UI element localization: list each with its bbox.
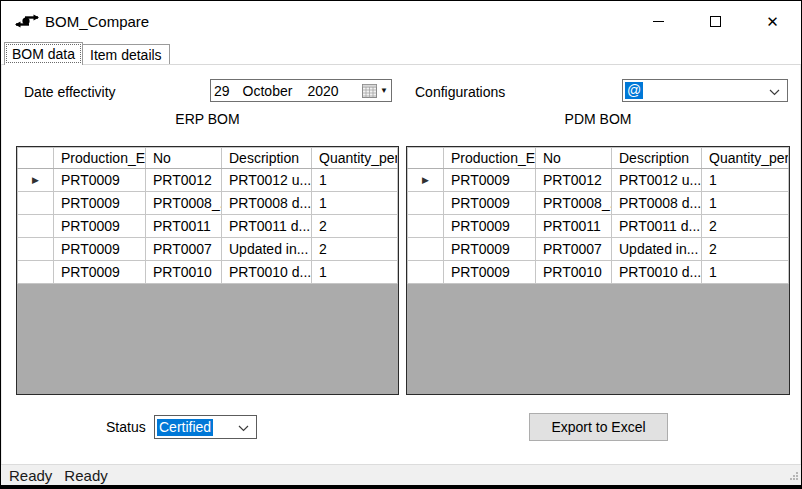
date-year[interactable]: 2020 xyxy=(307,83,338,99)
grid-cell[interactable]: PRT0010 xyxy=(536,261,612,284)
grid-cell[interactable]: PRT0008 d... xyxy=(612,192,702,215)
grid-corner-cell[interactable] xyxy=(18,148,54,169)
status-combobox[interactable]: Certified xyxy=(154,415,257,439)
grid-cell[interactable]: PRT0009 xyxy=(444,169,536,192)
title-bar: BOM_Compare ✕ xyxy=(1,1,801,41)
table-row: PRT0009PRT0007Updated in...2 xyxy=(408,238,789,261)
grid-cell[interactable]: PRT0010 d... xyxy=(612,261,702,284)
calendar-dropdown-button[interactable]: ▼ xyxy=(362,80,388,101)
resize-grip[interactable] xyxy=(790,466,799,483)
column-header-no[interactable]: No xyxy=(536,148,612,169)
grid-cell[interactable]: PRT0009 xyxy=(54,192,146,215)
grid-cell[interactable]: PRT0008_... xyxy=(146,192,222,215)
tab-item-details-label: Item details xyxy=(90,47,162,63)
export-to-excel-button[interactable]: Export to Excel xyxy=(529,413,668,441)
grid-cell[interactable]: 1 xyxy=(312,169,398,192)
grid-cell[interactable]: PRT0007 xyxy=(146,238,222,261)
table-row: PRT0009PRT0010PRT0010 d...1 xyxy=(18,261,398,284)
row-header-cell[interactable] xyxy=(408,215,444,238)
grid-cell[interactable]: PRT0008 d... xyxy=(222,192,312,215)
tab-strip: BOM data Item details xyxy=(1,41,801,64)
grid-cell[interactable]: PRT0010 d... xyxy=(222,261,312,284)
grid-cell[interactable]: PRT0009 xyxy=(444,261,536,284)
grid-header-row: Production_ENoDescriptionQuantity_per xyxy=(18,148,398,169)
grid-cell[interactable]: PRT0012 xyxy=(536,169,612,192)
column-header-production-e[interactable]: Production_E xyxy=(444,148,536,169)
row-header-cell[interactable] xyxy=(18,261,54,284)
column-header-production-e[interactable]: Production_E xyxy=(54,148,146,169)
grid-cell[interactable]: PRT0011 xyxy=(536,215,612,238)
window-controls: ✕ xyxy=(630,1,801,41)
grid-cell[interactable]: 1 xyxy=(702,192,789,215)
erp-bom-grid[interactable]: Production_ENoDescriptionQuantity_per▶PR… xyxy=(16,146,399,395)
grid-cell[interactable]: 2 xyxy=(702,215,789,238)
column-header-quantity-per[interactable]: Quantity_per xyxy=(702,148,789,169)
column-header-no[interactable]: No xyxy=(146,148,222,169)
grid-cell[interactable]: PRT0009 xyxy=(54,215,146,238)
column-header-description[interactable]: Description xyxy=(222,148,312,169)
chevron-down-icon xyxy=(238,419,249,435)
grid-cell[interactable]: Updated in... xyxy=(222,238,312,261)
grid-cell[interactable]: PRT0011 xyxy=(146,215,222,238)
grid-cell[interactable]: PRT0007 xyxy=(536,238,612,261)
minimize-icon xyxy=(653,21,664,22)
row-header-cell[interactable] xyxy=(18,192,54,215)
pdm-bom-grid[interactable]: Production_ENoDescriptionQuantity_per▶PR… xyxy=(406,146,790,395)
grid-cell[interactable]: 1 xyxy=(312,192,398,215)
status-text-1: Ready xyxy=(9,467,52,484)
current-row-marker[interactable]: ▶ xyxy=(408,169,444,192)
window-bottom-edge xyxy=(1,485,801,489)
grid-cell[interactable]: PRT0009 xyxy=(54,169,146,192)
status-bar: Ready Ready xyxy=(1,464,801,485)
grid-cell[interactable]: PRT0009 xyxy=(54,261,146,284)
grid-cell[interactable]: PRT0008_... xyxy=(536,192,612,215)
row-header-cell[interactable] xyxy=(18,238,54,261)
grid-cell[interactable]: PRT0009 xyxy=(54,238,146,261)
grid-cell[interactable]: PRT0010 xyxy=(146,261,222,284)
current-row-marker[interactable]: ▶ xyxy=(18,169,54,192)
date-day[interactable]: 29 xyxy=(214,83,230,99)
table-row: PRT0009PRT0008_...PRT0008 d...1 xyxy=(18,192,398,215)
calendar-icon xyxy=(362,84,377,98)
row-header-cell[interactable] xyxy=(408,192,444,215)
table-row: PRT0009PRT0011PRT0011 d...2 xyxy=(408,215,789,238)
grid-cell[interactable]: 2 xyxy=(312,215,398,238)
pdm-bom-title: PDM BOM xyxy=(406,111,790,127)
row-header-cell[interactable] xyxy=(18,215,54,238)
grid-cell[interactable]: PRT0009 xyxy=(444,215,536,238)
date-month[interactable]: October xyxy=(243,83,293,99)
column-header-description[interactable]: Description xyxy=(612,148,702,169)
table-row: ▶PRT0009PRT0012PRT0012 u...1 xyxy=(408,169,789,192)
grid-cell[interactable]: Updated in... xyxy=(612,238,702,261)
minimize-button[interactable] xyxy=(630,1,687,41)
grid-cell[interactable]: PRT0012 xyxy=(146,169,222,192)
row-header-cell[interactable] xyxy=(408,238,444,261)
grid-cell[interactable]: PRT0012 u... xyxy=(612,169,702,192)
date-effectivity-picker[interactable]: 29 October 2020 ▼ xyxy=(210,79,392,102)
close-button[interactable]: ✕ xyxy=(744,1,801,41)
maximize-button[interactable] xyxy=(687,1,744,41)
grid-cell[interactable]: 2 xyxy=(312,238,398,261)
chevron-down-icon xyxy=(769,83,780,99)
tab-item-details[interactable]: Item details xyxy=(83,44,170,64)
grid-cell[interactable]: 2 xyxy=(702,238,789,261)
grid-cell[interactable]: PRT0009 xyxy=(444,238,536,261)
grid-cell[interactable]: PRT0011 d... xyxy=(222,215,312,238)
row-header-cell[interactable] xyxy=(408,261,444,284)
grid-corner-cell[interactable] xyxy=(408,148,444,169)
grid-cell[interactable]: 1 xyxy=(312,261,398,284)
maximize-icon xyxy=(710,16,721,27)
grid-cell[interactable]: PRT0012 u... xyxy=(222,169,312,192)
grid-cell[interactable]: PRT0009 xyxy=(444,192,536,215)
app-icon xyxy=(15,12,39,30)
table-row: PRT0009PRT0007Updated in...2 xyxy=(18,238,398,261)
configurations-combobox[interactable]: @ xyxy=(622,79,788,102)
grid-cell[interactable]: 1 xyxy=(702,169,789,192)
column-header-quantity-per[interactable]: Quantity_per xyxy=(312,148,398,169)
window-title: BOM_Compare xyxy=(45,13,149,30)
tab-bom-data[interactable]: BOM data xyxy=(4,42,83,65)
configurations-label: Configurations xyxy=(415,84,505,100)
grid-cell[interactable]: 1 xyxy=(702,261,789,284)
grid-cell[interactable]: PRT0011 d... xyxy=(612,215,702,238)
data-grid-table: Production_ENoDescriptionQuantity_per▶PR… xyxy=(407,147,789,284)
